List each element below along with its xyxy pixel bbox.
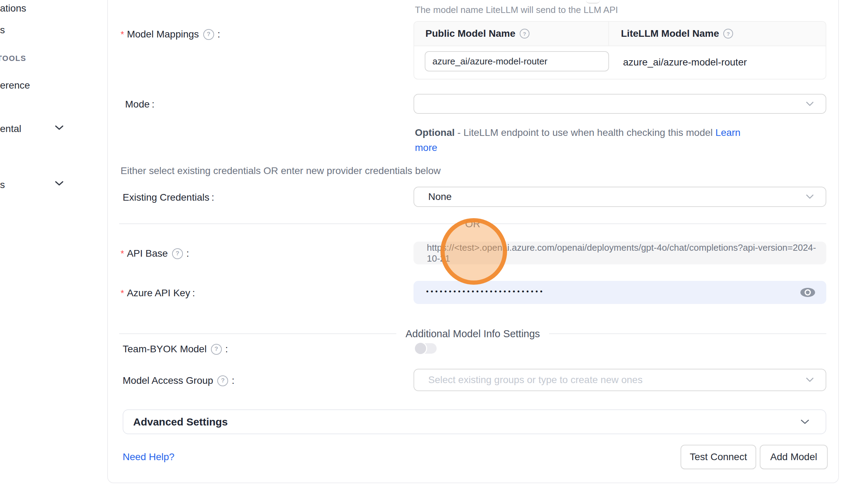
table-row: azure_ai/azure-model-router azure_ai/azu… xyxy=(414,46,826,78)
mode-hint: Optional - LiteLLM endpoint to use when … xyxy=(415,125,740,155)
sidebar-item-ations[interactable]: ations xyxy=(0,3,26,14)
chevron-down-icon[interactable] xyxy=(55,125,64,131)
chevron-down-icon[interactable] xyxy=(55,181,64,186)
model-name-hint: The model name LiteLLM will send to the … xyxy=(415,5,618,15)
table-header-public-model: Public Model Name ? xyxy=(414,22,609,46)
mode-label: Mode : xyxy=(125,99,155,110)
model-access-group-select[interactable]: Select existing groups or type to create… xyxy=(414,369,826,391)
team-byok-label: Team-BYOK Model ? : xyxy=(123,344,228,355)
help-icon[interactable]: ? xyxy=(217,375,228,386)
credentials-note: Either select existing credentials OR en… xyxy=(121,165,441,176)
help-icon[interactable]: ? xyxy=(211,344,222,355)
sidebar-item-erence[interactable]: erence xyxy=(0,80,30,91)
or-divider: OR xyxy=(119,218,826,230)
need-help-link[interactable]: Need Help? xyxy=(123,451,175,463)
advanced-settings-panel[interactable]: Advanced Settings xyxy=(123,409,826,434)
model-mappings-table: Public Model Name ? LiteLLM Model Name ?… xyxy=(414,21,826,79)
mode-select[interactable] xyxy=(414,94,826,114)
help-icon[interactable]: ? xyxy=(723,29,733,39)
test-connect-button[interactable]: Test Connect xyxy=(681,445,756,469)
required-asterisk: * xyxy=(121,288,124,299)
learn-more-link[interactable]: Learn xyxy=(716,127,741,138)
sidebar-item-s2[interactable]: s xyxy=(0,179,5,190)
public-model-name-input[interactable]: azure_ai/azure-model-router xyxy=(425,51,609,71)
chevron-down-icon xyxy=(806,194,814,199)
cropped-input-fragment xyxy=(586,0,600,4)
sidebar-section-tools: TOOLS xyxy=(0,54,26,63)
or-divider-text: OR xyxy=(465,218,480,230)
additional-settings-divider: Additional Model Info Settings xyxy=(119,327,826,341)
table-header-litellm-model: LiteLLM Model Name ? xyxy=(609,22,826,46)
help-icon[interactable]: ? xyxy=(203,29,214,40)
team-byok-toggle[interactable] xyxy=(415,343,437,354)
sidebar-item-s1[interactable]: s xyxy=(0,25,5,36)
chevron-down-icon xyxy=(806,377,814,382)
optional-badge: Optional xyxy=(415,127,455,138)
existing-credentials-label: Existing Credentials : xyxy=(123,192,214,203)
add-model-button[interactable]: Add Model xyxy=(760,445,828,469)
model-mappings-label: * Model Mappings ? : xyxy=(121,29,220,40)
required-asterisk: * xyxy=(121,248,124,259)
advanced-settings-title: Advanced Settings xyxy=(133,416,228,428)
table-header-row: Public Model Name ? LiteLLM Model Name ? xyxy=(414,22,826,46)
add-model-page: ations s TOOLS erence ental s The model … xyxy=(0,0,868,485)
existing-credentials-select[interactable]: None xyxy=(414,187,826,207)
masked-api-key: •••••••••••••••••••••••••• xyxy=(426,287,545,296)
azure-api-key-input[interactable]: •••••••••••••••••••••••••• xyxy=(414,281,826,304)
eye-icon[interactable] xyxy=(800,286,816,298)
chevron-down-icon xyxy=(800,419,809,425)
litellm-model-name-value: azure_ai/azure-model-router xyxy=(623,46,747,78)
model-access-group-placeholder: Select existing groups or type to create… xyxy=(428,374,643,386)
api-base-label: * API Base ? : xyxy=(121,248,189,259)
help-icon[interactable]: ? xyxy=(172,248,183,259)
azure-api-key-label: * Azure API Key : xyxy=(121,287,195,299)
learn-more-link[interactable]: more xyxy=(415,142,437,153)
additional-settings-divider-text: Additional Model Info Settings xyxy=(405,328,540,340)
required-asterisk: * xyxy=(121,29,124,40)
chevron-down-icon xyxy=(806,102,814,106)
help-icon[interactable]: ? xyxy=(520,29,529,39)
sidebar-item-ental[interactable]: ental xyxy=(0,123,21,134)
toggle-knob xyxy=(414,342,427,355)
model-access-group-label: Model Access Group ? : xyxy=(123,375,234,386)
api-base-input[interactable]: https://<test>.openai.azure.com/openai/d… xyxy=(414,242,826,264)
